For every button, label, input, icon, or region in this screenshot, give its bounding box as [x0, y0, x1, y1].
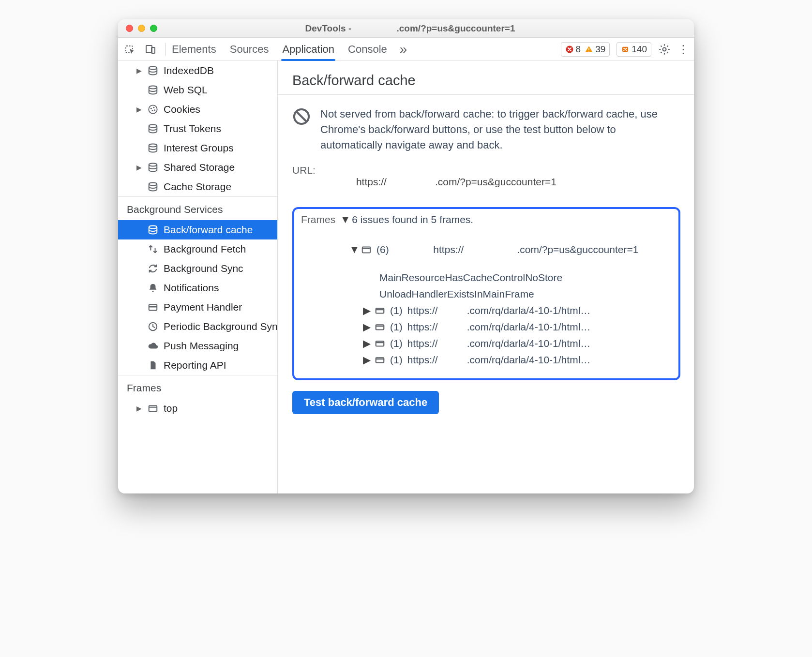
- tab-console[interactable]: Console: [348, 38, 387, 60]
- caret-right-icon[interactable]: ▶: [363, 338, 370, 349]
- not-served-icon: [292, 107, 311, 126]
- iframe-icon: [375, 338, 385, 349]
- expand-caret-icon[interactable]: ▶: [135, 67, 142, 75]
- subframe-count: (1): [390, 305, 403, 316]
- bfc-status-text: Not served from back/forward cache: to t…: [320, 106, 669, 153]
- iframe-icon: [375, 355, 385, 365]
- cookie-icon: [147, 104, 159, 115]
- sidebar-item-label: Back/forward cache: [164, 224, 253, 236]
- issues-icon: [621, 45, 630, 54]
- warning-icon: [585, 45, 593, 54]
- frame-count: (6): [376, 244, 389, 255]
- close-window-button[interactable]: [126, 25, 133, 32]
- sidebar-item-label: top: [164, 403, 178, 414]
- tab-elements[interactable]: Elements: [172, 38, 216, 60]
- expand-caret-icon[interactable]: ▶: [135, 105, 142, 113]
- bfc-status-row: Not served from back/forward cache: to t…: [292, 106, 680, 153]
- bfc-reason-1: MainResourceHasCacheControlNoStore: [301, 272, 672, 284]
- sidebar-item-label: IndexedDB: [164, 65, 214, 76]
- sidebar-item-web-sql[interactable]: ▶Web SQL: [118, 80, 277, 100]
- tab-sources[interactable]: Sources: [230, 38, 269, 60]
- frame-icon: [147, 403, 159, 414]
- zoom-window-button[interactable]: [150, 25, 157, 32]
- title-prefix: DevTools -: [305, 23, 354, 34]
- sidebar-item-trust-tokens[interactable]: ▶Trust Tokens: [118, 119, 277, 138]
- clock-icon: [147, 321, 159, 332]
- sidebar-item-shared-storage[interactable]: ▶Shared Storage: [118, 158, 277, 177]
- sidebar-item-push-messaging[interactable]: ▶Push Messaging: [118, 336, 277, 356]
- console-status-badge[interactable]: 8 39: [561, 42, 610, 57]
- inspect-icon[interactable]: [121, 40, 139, 59]
- sidebar-item-label: Cache Storage: [164, 181, 231, 193]
- sidebar-group-background-services: Background Services: [118, 196, 277, 220]
- db-icon: [147, 123, 159, 134]
- minimize-window-button[interactable]: [138, 25, 145, 32]
- page-title: Back/forward cache: [278, 61, 694, 95]
- sidebar-item-cookies[interactable]: ▶Cookies: [118, 100, 277, 119]
- application-sidebar: ▶IndexedDB▶Web SQL▶Cookies▶Trust Tokens▶…: [118, 61, 278, 493]
- warnings-count: 39: [595, 44, 605, 55]
- frame-row-root[interactable]: ▼ (6) https://.com/?p=us&guccounter=1: [301, 232, 672, 267]
- db-icon: [147, 162, 159, 173]
- device-toolbar-icon[interactable]: [141, 40, 160, 59]
- separator: [165, 43, 166, 56]
- expand-caret-icon[interactable]: ▶: [135, 164, 142, 171]
- card-icon: [147, 301, 159, 313]
- db-icon: [147, 84, 159, 96]
- subframe-count: (1): [390, 321, 403, 333]
- caret-down-icon[interactable]: ▼: [349, 244, 356, 255]
- sidebar-item-label: Shared Storage: [164, 162, 235, 173]
- frames-collapse-icon[interactable]: ▼: [340, 214, 347, 225]
- caret-right-icon[interactable]: ▶: [363, 321, 370, 333]
- expand-caret-icon[interactable]: ▶: [135, 404, 142, 412]
- window-controls: [126, 25, 157, 32]
- sidebar-group-frames: Frames: [118, 375, 277, 399]
- test-bfc-button[interactable]: Test back/forward cache: [292, 391, 439, 414]
- caret-right-icon[interactable]: ▶: [363, 305, 370, 316]
- caret-right-icon[interactable]: ▶: [363, 354, 370, 366]
- issues-badge[interactable]: 140: [617, 42, 651, 57]
- tab-application[interactable]: Application: [282, 38, 334, 60]
- sidebar-item-interest-groups[interactable]: ▶Interest Groups: [118, 138, 277, 158]
- sidebar-item-cache-storage[interactable]: ▶Cache Storage: [118, 177, 277, 196]
- title-suffix: .com/?p=us&guccounter=1: [397, 23, 515, 34]
- subframe-row[interactable]: ▶(1)https://.com/rq/darla/4-10-1/html: [301, 338, 672, 349]
- frames-summary: 6 issues found in 5 frames.: [352, 214, 473, 225]
- sidebar-item-label: Background Fetch: [164, 243, 246, 255]
- sidebar-item-label: Cookies: [164, 104, 200, 115]
- sidebar-item-indexeddb[interactable]: ▶IndexedDB: [118, 61, 277, 80]
- sidebar-item-reporting-api[interactable]: ▶Reporting API: [118, 356, 277, 375]
- sidebar-item-top[interactable]: ▶top: [118, 399, 277, 418]
- sidebar-item-label: Background Sync: [164, 263, 243, 274]
- application-content: Back/forward cache Not served from back/…: [278, 61, 694, 493]
- more-menu-icon[interactable]: ⋮: [677, 43, 689, 56]
- bfc-reason-2: UnloadHandlerExistsInMainFrame: [301, 288, 672, 300]
- sidebar-item-periodic-background-sync[interactable]: ▶Periodic Background Sync: [118, 317, 277, 336]
- sidebar-item-label: Notifications: [164, 282, 219, 294]
- sidebar-item-label: Periodic Background Sync: [164, 321, 277, 332]
- settings-gear-icon[interactable]: [658, 43, 671, 56]
- sync-icon: [147, 263, 159, 274]
- frames-issues-block: Frames ▼ 6 issues found in 5 frames. ▼ (…: [292, 207, 680, 380]
- file-icon: [147, 359, 159, 371]
- error-icon: [565, 45, 574, 54]
- sidebar-item-background-fetch[interactable]: ▶Background Fetch: [118, 239, 277, 259]
- sidebar-item-label: Trust Tokens: [164, 123, 221, 134]
- subframe-row[interactable]: ▶(1)https://.com/rq/darla/4-10-1/html: [301, 321, 672, 333]
- sidebar-item-label: Interest Groups: [164, 142, 234, 154]
- url-suffix: .com/?p=us&guccounter=1: [435, 176, 556, 187]
- subframe-row[interactable]: ▶(1)https://.com/rq/darla/4-10-1/html: [301, 354, 672, 366]
- iframe-icon: [375, 322, 385, 332]
- frames-label: Frames: [301, 214, 335, 225]
- db-icon: [147, 142, 159, 154]
- window-title: DevTools - .com/?p=us&guccounter=1: [168, 23, 652, 34]
- more-tabs-icon[interactable]: »: [400, 42, 407, 57]
- bell-icon: [147, 282, 159, 294]
- sidebar-item-background-sync[interactable]: ▶Background Sync: [118, 259, 277, 278]
- sidebar-item-notifications[interactable]: ▶Notifications: [118, 278, 277, 298]
- db-icon: [147, 181, 159, 193]
- subframe-row[interactable]: ▶(1)https://.com/rq/darla/4-10-1/html: [301, 305, 672, 316]
- fetch-icon: [147, 243, 159, 255]
- sidebar-item-back-forward-cache[interactable]: ▶Back/forward cache: [118, 220, 277, 239]
- sidebar-item-payment-handler[interactable]: ▶Payment Handler: [118, 298, 277, 317]
